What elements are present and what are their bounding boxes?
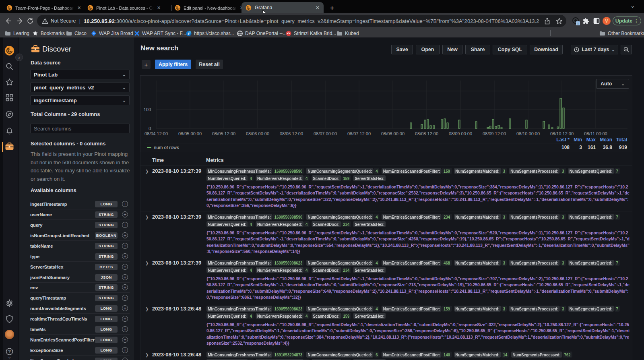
svg-text:08/07 12:00: 08/07 12:00 (347, 131, 371, 136)
svg-text:08/09 00:00: 08/09 00:00 (449, 131, 472, 136)
svg-text:08/08 00:00: 08/08 00:00 (381, 131, 405, 136)
svg-text:08/04 12:00: 08/04 12:00 (144, 131, 168, 136)
svg-text:s: s (188, 31, 190, 35)
svg-text:08/10 00:00: 08/10 00:00 (516, 131, 540, 136)
svg-text:08/05 00:00: 08/05 00:00 (178, 131, 202, 136)
svg-text:08/08 12:00: 08/08 12:00 (415, 131, 438, 136)
svg-text:100: 100 (144, 107, 151, 112)
svg-text:08/10 12:00: 08/10 12:00 (550, 131, 574, 136)
svg-text:08/07 00:00: 08/07 00:00 (314, 131, 337, 136)
svg-text:08/05 12:00: 08/05 12:00 (212, 131, 235, 136)
svg-text:08/06 00:00: 08/06 00:00 (246, 131, 269, 136)
svg-text:08/11 00:00: 08/11 00:00 (584, 131, 607, 136)
svg-text:0: 0 (149, 126, 151, 131)
svg-text:?: ? (8, 349, 11, 354)
svg-text:08/09 12:00: 08/09 12:00 (483, 131, 506, 136)
svg-text:08/06 12:00: 08/06 12:00 (280, 131, 303, 136)
svg-text:!: ! (578, 22, 579, 25)
